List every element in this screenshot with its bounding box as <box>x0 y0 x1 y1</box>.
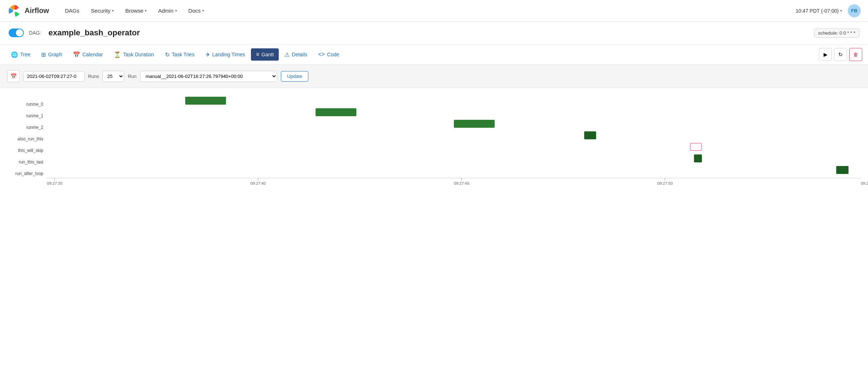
tick-label: 09:27:55 <box>861 181 868 186</box>
landing-times-icon: ✈ <box>205 51 210 58</box>
run-label: Run <box>128 74 136 79</box>
calendar-icon: 📅 <box>10 73 17 79</box>
gantt-task-label-1: runme_1 <box>26 110 43 122</box>
gantt-inner: runme_0 runme_1 runme_2 also_run_this th… <box>0 95 861 189</box>
dag-label: DAG: <box>29 30 41 36</box>
tabs-bar: 🌐 Tree ⊞ Graph 📅 Calendar ⏳ Task Duratio… <box>0 44 868 65</box>
nav-item-dags[interactable]: DAGs <box>60 5 84 17</box>
tick-label: 09:27:35 <box>47 181 62 186</box>
details-icon: ⚠ <box>285 51 290 58</box>
timeline-tick: 09:27:40 <box>251 178 266 186</box>
gantt-row <box>47 141 861 153</box>
gantt-bar[interactable] <box>316 108 356 116</box>
gantt-task-label-4: this_will_skip <box>18 145 43 156</box>
tab-code[interactable]: <> Code <box>313 48 344 61</box>
tab-details[interactable]: ⚠ Details <box>279 48 312 61</box>
chevron-down-icon: ▾ <box>840 9 842 13</box>
update-button[interactable]: Update <box>281 71 308 82</box>
tab-calendar[interactable]: 📅 Calendar <box>68 48 108 61</box>
nav-item-docs[interactable]: Docs ▾ <box>183 5 209 17</box>
tick-line <box>665 178 665 180</box>
toggle-knob <box>16 29 23 36</box>
gantt-icon: ≡ <box>256 51 259 58</box>
tab-gantt[interactable]: ≡ Gantt <box>251 48 279 61</box>
calendar-picker-button[interactable]: 📅 <box>7 70 19 82</box>
gantt-task-label-5: run_this_last <box>19 156 43 168</box>
gantt-container: runme_0 runme_1 runme_2 also_run_this th… <box>0 88 868 196</box>
nav-item-security[interactable]: Security ▾ <box>86 5 119 17</box>
tab-task-duration[interactable]: ⏳ Task Duration <box>109 48 159 61</box>
timeline-tick: 09:27:50 <box>657 178 673 186</box>
gantt-bar[interactable] <box>694 154 702 162</box>
gantt-labels: runme_0 runme_1 runme_2 also_run_this th… <box>0 95 47 189</box>
schedule-badge: schedule: 0 0 * * * <box>814 29 859 38</box>
play-button[interactable]: ▶ <box>819 48 832 61</box>
gantt-row <box>47 106 861 118</box>
chevron-down-icon: ▾ <box>112 9 114 13</box>
gantt-row <box>47 164 861 176</box>
chevron-down-icon: ▾ <box>202 9 204 13</box>
tabs-actions: ▶ ↻ 🗑 <box>819 48 862 61</box>
tick-line <box>258 178 258 180</box>
tick-label: 09:27:45 <box>454 181 469 186</box>
dag-title-row: DAG: example_bash_operator <box>9 28 140 38</box>
dag-toggle[interactable] <box>9 29 24 37</box>
task-tries-icon: ↻ <box>165 51 170 58</box>
refresh-button[interactable]: ↻ <box>834 48 847 61</box>
gantt-chart-area: 09:27:35 09:27:40 09:27:45 09:27:50 09:2… <box>47 95 861 189</box>
timeline-tick: 09:27:45 <box>454 178 469 186</box>
timeline-tick: 09:27:55 <box>861 178 868 186</box>
gantt-row <box>47 118 861 130</box>
chevron-down-icon: ▾ <box>145 9 147 13</box>
nav-item-admin[interactable]: Admin ▾ <box>153 5 182 17</box>
gantt-row <box>47 130 861 141</box>
nav-item-browse[interactable]: Browse ▾ <box>120 5 152 17</box>
code-icon: <> <box>318 51 325 58</box>
dag-header: DAG: example_bash_operator schedule: 0 0… <box>0 22 868 44</box>
tab-tree[interactable]: 🌐 Tree <box>6 48 35 61</box>
graph-icon: ⊞ <box>41 51 46 58</box>
date-input[interactable] <box>23 71 84 82</box>
gantt-timeline: 09:27:35 09:27:40 09:27:45 09:27:50 09:2… <box>47 178 861 189</box>
tree-icon: 🌐 <box>11 51 18 58</box>
navbar-right: 10:47 PDT (-07:00) ▾ FB <box>795 4 861 17</box>
tab-task-tries[interactable]: ↻ Task Tries <box>160 48 200 61</box>
tick-line <box>55 178 55 180</box>
svg-point-0 <box>13 9 16 12</box>
chevron-down-icon: ▾ <box>175 9 177 13</box>
gantt-task-label-2: runme_2 <box>26 122 43 133</box>
gantt-task-label-3: also_run_this <box>18 133 43 145</box>
filter-bar: 📅 Runs 25 50 100 Run manual__2021-06-02T… <box>0 65 868 88</box>
brand-name: Airflow <box>25 6 49 15</box>
gantt-task-label-0: runme_0 <box>26 99 43 110</box>
user-avatar[interactable]: FB <box>848 4 861 17</box>
run-select[interactable]: manual__2021-06-02T16:27:26.797940+00:00 <box>140 71 277 82</box>
tab-graph[interactable]: ⊞ Graph <box>36 48 67 61</box>
delete-button[interactable]: 🗑 <box>849 48 862 61</box>
gantt-bar[interactable] <box>584 131 596 139</box>
gantt-bar[interactable] <box>690 143 702 151</box>
runs-select[interactable]: 25 50 100 <box>103 71 124 82</box>
airflow-logo <box>7 4 22 18</box>
gantt-bar[interactable] <box>185 97 226 105</box>
tick-label: 09:27:40 <box>251 181 266 186</box>
tab-landing-times[interactable]: ✈ Landing Times <box>200 48 250 61</box>
gantt-bar[interactable] <box>836 166 849 174</box>
runs-label: Runs <box>88 74 99 79</box>
task-duration-icon: ⏳ <box>114 51 121 58</box>
nav-items: DAGs Security ▾ Browse ▾ Admin ▾ Docs ▾ <box>60 5 796 17</box>
gantt-task-label-6: run_after_loop <box>16 168 43 179</box>
gantt-bar[interactable] <box>454 120 495 128</box>
gantt-rows <box>47 95 861 176</box>
gantt-row <box>47 153 861 164</box>
tick-line <box>461 178 462 180</box>
timeline-tick: 09:27:35 <box>47 178 62 186</box>
time-display[interactable]: 10:47 PDT (-07:00) ▾ <box>795 8 842 14</box>
calendar-icon: 📅 <box>73 51 80 58</box>
tick-label: 09:27:50 <box>657 181 673 186</box>
navbar: Airflow DAGs Security ▾ Browse ▾ Admin ▾… <box>0 0 868 22</box>
gantt-row <box>47 95 861 106</box>
brand[interactable]: Airflow <box>7 4 49 18</box>
dag-name: example_bash_operator <box>48 28 140 38</box>
